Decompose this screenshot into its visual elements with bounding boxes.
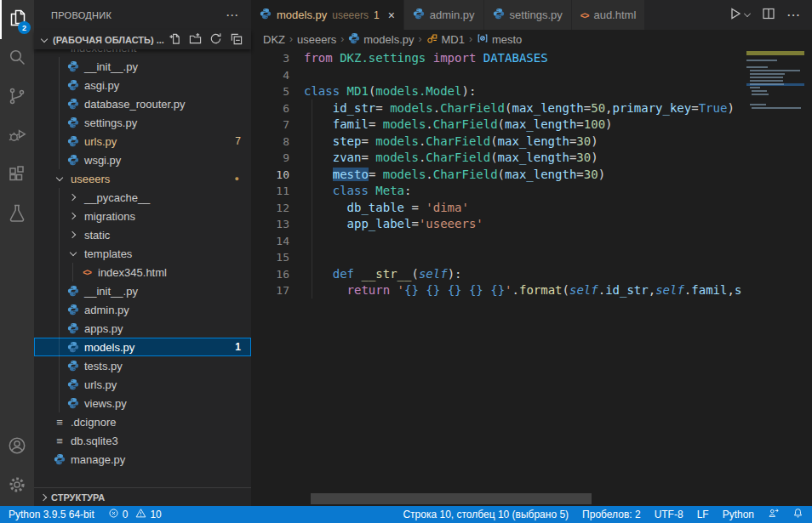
tab-settings-py[interactable]: settings.py [484, 0, 571, 30]
python-file-icon [66, 97, 80, 111]
status-indentation[interactable]: Пробелов: 2 [582, 509, 641, 520]
tree-item-apps-py[interactable]: apps.py [34, 319, 251, 338]
tree-item-migrations[interactable]: migrations [34, 207, 251, 225]
chevron-down-icon[interactable] [744, 10, 751, 17]
tree-item-init-py[interactable]: __init__.py [34, 281, 251, 300]
tabs: models.pyuseeers1×admin.pysettings.py<>a… [251, 0, 645, 30]
code-line-16[interactable]: 16 def __str__(self): [251, 266, 745, 283]
horizontal-scrollbar[interactable] [311, 493, 592, 504]
activity-search-button[interactable] [0, 39, 34, 78]
tab-models-py[interactable]: models.pyuseeers1× [251, 0, 403, 30]
status-cursor-position[interactable]: Строка 10, столбец 10 (выбрано 5) [403, 509, 569, 520]
line-number: 17 [251, 282, 304, 299]
tree-item-views-py[interactable]: views.py [34, 394, 251, 412]
code-line-17[interactable]: 17 return '{} {} {} {} {}'.format(self.i… [251, 282, 745, 299]
tree-item-settings-py[interactable]: settings.py [34, 113, 251, 132]
tab-aud-html[interactable]: <>aud.html [572, 0, 645, 30]
collapse-all-icon[interactable] [230, 32, 243, 47]
python-file-icon [493, 8, 505, 22]
sidebar-more-actions-icon[interactable]: ⋯ [226, 8, 239, 23]
python-file-icon [348, 32, 360, 47]
code-token: . [426, 117, 432, 131]
tree-item-init-py[interactable]: __init__.py [34, 57, 251, 76]
status-eol[interactable]: LF [697, 509, 709, 520]
code-token: = [404, 201, 426, 214]
python-file-icon [53, 452, 66, 466]
activity-run-debug-button[interactable] [0, 117, 34, 156]
code-line-15[interactable]: 15 [251, 249, 745, 266]
code-line-3[interactable]: 3from DKZ.settings import DATABASES [251, 50, 745, 67]
tree-item-models-py[interactable]: models.py1 [34, 338, 251, 356]
code-token: ): [448, 267, 462, 281]
new-folder-icon[interactable] [189, 32, 202, 47]
new-file-icon[interactable] [169, 32, 181, 47]
activity-explorer-button[interactable]: 2 [0, 0, 34, 39]
tree-item-clipped[interactable]: indexelement [34, 49, 251, 57]
tree-item-wsgi-py[interactable]: wsgi.py [34, 151, 251, 169]
tree-item-asgi-py[interactable]: asgi.py [34, 76, 251, 94]
status-encoding[interactable]: UTF-8 [655, 509, 683, 520]
tree-item-database-roouter-py[interactable]: database_roouter.py [34, 94, 251, 113]
more-actions-icon[interactable]: ⋯ [786, 7, 801, 23]
status-language[interactable]: Python [723, 509, 754, 520]
run-button[interactable] [729, 7, 751, 24]
status-problems[interactable]: 010 [108, 508, 162, 521]
activity-testing-button[interactable] [0, 196, 34, 235]
tree-item-templates[interactable]: templates [34, 244, 251, 263]
code-line-4[interactable]: 4 [251, 67, 745, 84]
code-token [304, 168, 333, 181]
close-icon[interactable]: × [388, 9, 395, 21]
activity-account-button[interactable] [0, 428, 34, 467]
tree-item-label: urls.py [84, 378, 117, 391]
status-feedback[interactable] [768, 508, 779, 521]
status-python-version[interactable]: Python 3.9.5 64-bit [9, 509, 94, 520]
code-line-7[interactable]: 7 famil= models.CharField(max_length=100… [251, 117, 745, 134]
code-token: zvan [333, 151, 362, 164]
tree-item-tests-py[interactable]: tests.py [34, 356, 251, 375]
breadcrumb-dkz[interactable]: DKZ [263, 33, 285, 46]
split-editor-icon[interactable] [762, 7, 775, 24]
tree-item-useeers[interactable]: useeers● [34, 169, 251, 188]
minimap-line [746, 87, 804, 89]
code-line-11[interactable]: 11 class Meta: [251, 183, 745, 200]
tree-item-db-sqlite3[interactable]: ≡db.sqlite3 [34, 431, 251, 450]
tree-item-manage-py[interactable]: manage.py [34, 450, 251, 469]
code-line-8[interactable]: 8 step= models.CharField(max_length=30) [251, 134, 745, 151]
breadcrumb-md1[interactable]: MD1 [426, 32, 465, 47]
breadcrumb-models-py[interactable]: models.py [348, 32, 414, 47]
tree-item-urls-py[interactable]: urls.py [34, 375, 251, 394]
code-token: = [369, 117, 383, 131]
activity-source-control-button[interactable] [0, 78, 34, 117]
code-line-6[interactable]: 6 id_str= models.CharField(max_length=50… [251, 100, 745, 117]
minimap-line [746, 83, 804, 86]
activity-settings-button[interactable] [0, 467, 34, 506]
editor[interactable]: 3from DKZ.settings import DATABASES45cla… [251, 48, 812, 506]
code-area[interactable]: 3from DKZ.settings import DATABASES45cla… [251, 50, 745, 299]
warning-count: 10 [150, 509, 161, 520]
tree-item-urls-py[interactable]: urls.py7 [34, 132, 251, 151]
code-token: step [333, 134, 362, 148]
line-number: 13 [251, 216, 304, 233]
breadcrumb-mesto[interactable]: mesto [477, 32, 522, 47]
outline-section-header[interactable]: СТРУКТУРА [34, 487, 251, 506]
code-line-12[interactable]: 12 db_table = 'dima' [251, 200, 745, 217]
refresh-icon[interactable] [209, 32, 222, 47]
code-line-5[interactable]: 5class MD1(models.Model): [251, 83, 745, 100]
code-line-10[interactable]: 10 mesto= models.CharField(max_length=30… [251, 167, 745, 184]
status-notifications[interactable] [792, 508, 803, 521]
tree-item-dcignore[interactable]: ≡.dcignore [34, 412, 251, 431]
code-line-9[interactable]: 9 zvan= models.CharField(max_length=30) [251, 150, 745, 167]
tree-item-static[interactable]: static [34, 225, 251, 244]
activity-extensions-button[interactable] [0, 156, 34, 196]
code-token [304, 267, 333, 281]
workspace-section-header[interactable]: (РАБОЧАЯ ОБЛАСТЬ) ... [34, 30, 251, 49]
tree-item-pycache[interactable]: __pycache__ [34, 188, 251, 207]
code-line-14[interactable]: 14 [251, 233, 745, 250]
minimap[interactable] [746, 51, 804, 111]
tab-admin-py[interactable]: admin.py [404, 0, 483, 30]
tree-item-index345-html[interactable]: <>index345.html [34, 263, 251, 281]
code-line-13[interactable]: 13 app_label='useeers' [251, 216, 745, 233]
tree-item-admin-py[interactable]: admin.py [34, 300, 251, 319]
breadcrumb-useeers[interactable]: useeers [297, 33, 336, 46]
code-token [426, 51, 432, 65]
